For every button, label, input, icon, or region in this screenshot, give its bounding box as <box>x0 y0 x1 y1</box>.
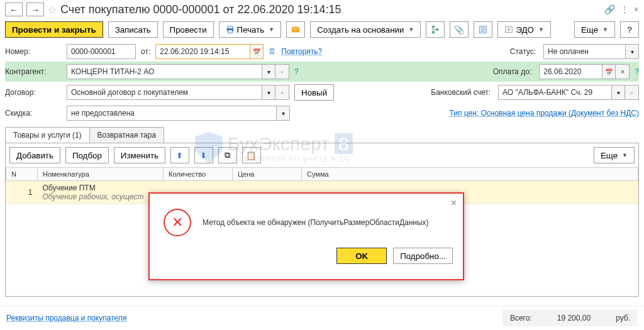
chevron-down-icon[interactable]: ▾ <box>276 106 290 121</box>
error-icon: ✕ <box>164 209 191 236</box>
email-button[interactable] <box>286 21 305 38</box>
svg-rect-1 <box>228 26 232 29</box>
tab-goods[interactable]: Товары и услуги (1) <box>5 127 90 143</box>
move-down-button[interactable]: ⬇ <box>194 147 213 163</box>
copy-icon: ⧉ <box>225 150 230 160</box>
more-menu-icon[interactable]: ⋮ <box>620 4 629 14</box>
paperclip-icon: 📎 <box>454 25 465 35</box>
payment-until-input[interactable]: 26.06.2020 <box>539 64 602 79</box>
attach-button[interactable]: 📎 <box>450 21 469 38</box>
clear-icon[interactable]: × <box>616 64 630 79</box>
tree-icon <box>431 25 440 34</box>
printer-icon <box>226 25 235 34</box>
paste-button[interactable]: 📋 <box>242 147 261 163</box>
tab-more-button[interactable]: Еще▼ <box>594 147 635 163</box>
pick-button[interactable]: Подбор <box>65 147 109 163</box>
svg-rect-4 <box>432 26 435 28</box>
bank-account-input[interactable]: АО "АЛЬФА-БАНК" Сч. 29 <box>498 85 611 100</box>
open-icon[interactable]: ▫ <box>625 85 639 100</box>
bank-account-label: Банковский счет: <box>431 88 491 97</box>
discount-select[interactable]: не предоставлена <box>67 106 276 121</box>
post-and-close-button[interactable]: Провести и закрыть <box>5 21 103 38</box>
total-box: Всего: 19 200,00 руб. <box>502 310 638 326</box>
dialog-close-button[interactable]: × <box>451 197 457 209</box>
edo-button[interactable]: ЭДО▼ <box>497 21 550 38</box>
tab-tare[interactable]: Возвратная тара <box>90 127 165 143</box>
link-icon[interactable]: 🔗 <box>604 4 615 14</box>
price-type-link[interactable]: Тип цен: Основная цена продажи (Документ… <box>449 109 639 118</box>
new-contract-button[interactable]: Новый <box>294 84 334 101</box>
chevron-down-icon[interactable]: ▾ <box>625 44 639 59</box>
chevron-down-icon[interactable]: ▾ <box>262 64 275 79</box>
contract-input[interactable]: Основной договор с покупателем <box>67 85 262 100</box>
toolbar-help-button[interactable]: ? <box>620 21 639 38</box>
col-n: N <box>6 168 38 181</box>
post-button[interactable]: Провести <box>163 21 214 38</box>
arrow-up-icon: ⬆ <box>176 151 183 160</box>
schedule-icon[interactable]: 🗓 <box>269 47 276 56</box>
edit-row-button[interactable]: Изменить <box>114 147 165 163</box>
notes-icon <box>479 25 487 34</box>
number-input[interactable]: 0000-000001 <box>67 44 136 59</box>
dialog-message: Метод объекта не обнаружен (ПолучитьРазм… <box>203 218 429 227</box>
total-label: Всего: <box>510 314 532 322</box>
currency-label: руб. <box>616 314 630 322</box>
save-button[interactable]: Записать <box>108 21 158 38</box>
nav-back-button[interactable]: ← <box>5 3 23 16</box>
paste-icon: 📋 <box>246 151 257 160</box>
date-input[interactable]: 22.06.2020 19:14:15 <box>155 44 250 59</box>
add-row-button[interactable]: Добавить <box>9 147 60 163</box>
status-label: Статус: <box>510 47 536 56</box>
total-value: 19 200,00 <box>557 314 591 322</box>
move-up-button[interactable]: ⬆ <box>170 147 189 163</box>
dialog-details-button[interactable]: Подробно... <box>393 248 453 264</box>
col-nomenclature: Номенклатура <box>38 168 164 181</box>
counterparty-input[interactable]: КОНЦЕРН ТИТАН-2 АО <box>67 64 262 79</box>
number-label: Номер: <box>5 47 62 56</box>
close-icon[interactable]: × <box>634 4 639 14</box>
dialog-ok-button[interactable]: OK <box>336 248 387 264</box>
status-select[interactable]: Не оплачен <box>543 44 625 59</box>
create-based-on-button[interactable]: Создать на основании▼ <box>310 21 421 38</box>
page-title: Счет покупателю 0000-000001 от 22.06.202… <box>60 3 341 16</box>
svg-rect-6 <box>436 28 438 31</box>
svg-rect-5 <box>432 31 435 34</box>
edo-icon <box>504 25 513 34</box>
copy-button[interactable]: ⧉ <box>218 147 237 163</box>
nav-forward-button[interactable]: → <box>26 3 44 16</box>
error-dialog: × ✕ Метод объекта не обнаружен (Получить… <box>148 192 464 280</box>
arrow-down-icon: ⬇ <box>200 151 207 160</box>
open-icon[interactable]: ▫ <box>275 85 289 100</box>
help-icon[interactable]: ? <box>635 67 639 76</box>
discount-label: Скидка: <box>5 109 62 118</box>
print-button[interactable]: Печать▼ <box>219 21 282 38</box>
col-price: Цена <box>233 168 302 181</box>
chevron-down-icon[interactable]: ▾ <box>611 85 625 100</box>
structure-button[interactable] <box>426 21 445 38</box>
chevron-down-icon[interactable]: ▾ <box>262 85 275 100</box>
col-sum: Сумма <box>302 168 638 181</box>
repeat-link[interactable]: Повторять? <box>281 47 322 56</box>
envelope-icon <box>291 25 300 34</box>
notes-button[interactable] <box>474 21 492 38</box>
seller-buyer-details-link[interactable]: Реквизиты продавца и покупателя <box>6 314 126 322</box>
calendar-icon[interactable]: 📅 <box>250 44 264 59</box>
col-qty: Количество <box>164 168 233 181</box>
open-icon[interactable]: ▫ <box>275 64 289 79</box>
from-label: от: <box>141 47 150 56</box>
toolbar-more-button[interactable]: Еще▼ <box>574 21 615 38</box>
counterparty-label: Контрагент: <box>5 67 62 76</box>
contract-label: Договор: <box>5 88 62 97</box>
help-icon[interactable]: ? <box>294 67 299 76</box>
svg-rect-2 <box>228 30 232 33</box>
favorite-star-icon[interactable]: ☆ <box>48 4 57 16</box>
payment-until-label: Оплата до: <box>493 67 532 76</box>
calendar-icon[interactable]: 📅 <box>602 64 616 79</box>
